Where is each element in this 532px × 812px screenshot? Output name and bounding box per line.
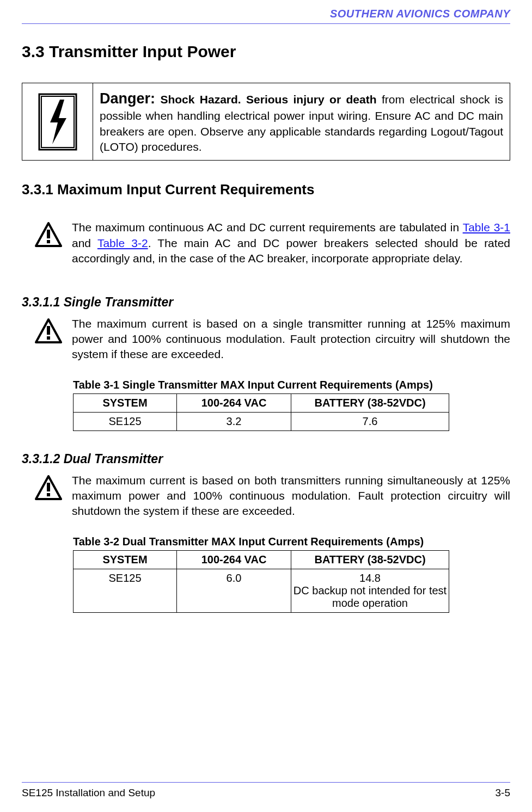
table-row: SE125 3.2 7.6 [74,412,449,430]
col-header-battery: BATTERY (38-52VDC) [291,393,449,412]
col-header-vac: 100-264 VAC [177,393,291,412]
cell-battery-value: 14.8 [359,572,381,584]
cell-battery: 7.6 [291,412,449,430]
caution-block-2: The maximum current is based on a single… [22,316,510,362]
page-header: SOUTHERN AVIONICS COMPANY [22,0,510,24]
table-3-1-caption: Table 3-1 Single Transmitter MAX Input C… [73,379,510,391]
caution1-mid: and [72,237,97,249]
svg-rect-10 [47,483,50,491]
svg-rect-7 [47,326,50,335]
shock-hazard-icon [36,92,80,152]
col-header-system: SYSTEM [74,393,177,412]
danger-icon-cell [22,83,93,160]
caution-text-2: The maximum current is based on a single… [72,316,510,362]
col-header-system: SYSTEM [74,550,177,569]
link-table-3-2[interactable]: Table 3-2 [97,237,148,249]
table-3-2: SYSTEM 100-264 VAC BATTERY (38-52VDC) SE… [73,550,449,613]
caution1-pre: The maximum continuous AC and DC current… [72,221,463,233]
page-footer: SE125 Installation and Setup 3-5 [22,782,510,799]
table-row: SE125 6.0 14.8 DC backup not intended fo… [74,569,449,612]
cell-vac: 6.0 [177,569,291,612]
warning-triangle-icon [35,318,62,345]
caution-text-1: The maximum continuous AC and DC current… [72,220,510,266]
cell-system: SE125 [74,569,177,612]
cell-system: SE125 [74,412,177,430]
col-header-battery: BATTERY (38-52VDC) [291,550,449,569]
svg-rect-8 [47,336,50,340]
warning-triangle-icon [35,222,62,248]
danger-label: Danger: [100,90,155,107]
table-3-2-caption: Table 3-2 Dual Transmitter MAX Input Cur… [73,536,510,548]
table-3-1: SYSTEM 100-264 VAC BATTERY (38-52VDC) SE… [73,393,449,431]
table-row: SYSTEM 100-264 VAC BATTERY (38-52VDC) [74,550,449,569]
cell-vac: 3.2 [177,412,291,430]
warning-triangle-icon [35,475,62,501]
caution-text-3: The maximum current is based on both tra… [72,473,510,519]
table-3-1-wrap: Table 3-1 Single Transmitter MAX Input C… [73,379,510,431]
table-3-2-wrap: Table 3-2 Dual Transmitter MAX Input Cur… [73,536,510,613]
link-table-3-1[interactable]: Table 3-1 [463,221,510,233]
svg-rect-4 [47,230,50,238]
company-name: SOUTHERN AVIONICS COMPANY [330,8,510,20]
section-heading-3-3-1-1: 3.3.1.1 Single Transmitter [22,295,510,310]
danger-callout: Danger: Shock Hazard. Serious injury or … [22,83,510,161]
danger-text: Danger: Shock Hazard. Serious injury or … [93,83,510,160]
caution-block-1: The maximum continuous AC and DC current… [22,220,510,266]
footer-doc-title: SE125 Installation and Setup [22,787,155,799]
section-heading-3-3-1-2: 3.3.1.2 Dual Transmitter [22,452,510,466]
cell-battery: 14.8 DC backup not intended for test mod… [291,569,449,612]
caution-block-3: The maximum current is based on both tra… [22,473,510,519]
footer-page-number: 3-5 [496,787,510,799]
svg-rect-5 [47,240,50,243]
col-header-vac: 100-264 VAC [177,550,291,569]
section-heading-3-3-1: 3.3.1 Maximum Input Current Requirements [22,181,510,198]
danger-strong: Shock Hazard. Serious injury or death [155,93,376,106]
svg-rect-11 [47,493,50,496]
cell-battery-note: DC backup not intended for test mode ope… [293,585,447,609]
table-row: SYSTEM 100-264 VAC BATTERY (38-52VDC) [74,393,449,412]
section-heading-3-3: 3.3 Transmitter Input Power [22,42,510,61]
